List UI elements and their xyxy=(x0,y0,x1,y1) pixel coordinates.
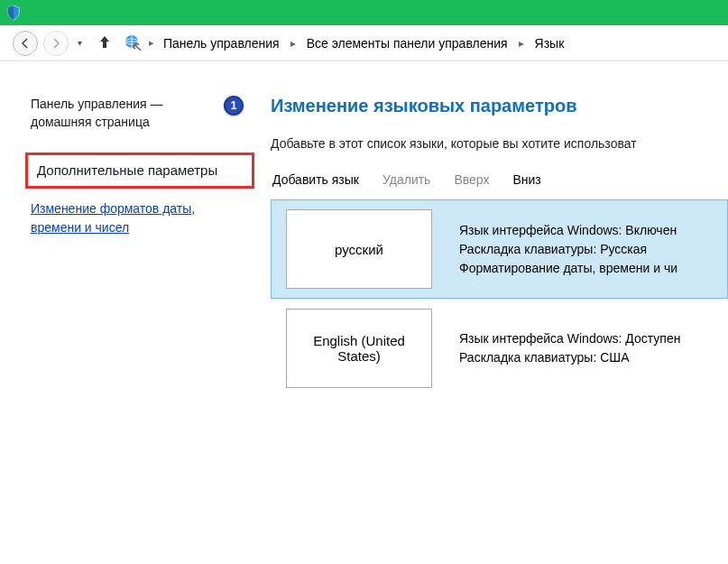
language-toolbar: Добавить язык Удалить Вверх Вниз xyxy=(271,172,728,187)
globe-wrench-icon xyxy=(124,33,143,53)
annotation-highlight: Дополнительные параметры xyxy=(25,153,254,189)
language-details: Язык интерфейса Windows: Доступен Раскла… xyxy=(459,329,680,367)
chevron-right-icon: ▸ xyxy=(515,37,528,50)
annotation-badge-1: 1 xyxy=(224,96,244,116)
breadcrumb-item[interactable]: Язык xyxy=(531,34,568,52)
nav-toolbar: ▾ ▸ Панель управления ▸ Все элементы пан… xyxy=(0,25,728,61)
date-formats-link[interactable]: Изменение форматов даты, времени и чисел xyxy=(31,199,244,237)
breadcrumb-item[interactable]: Все элементы панели управления xyxy=(303,34,511,52)
history-dropdown[interactable]: ▾ xyxy=(74,38,86,48)
forward-button[interactable] xyxy=(43,31,69,56)
sidebar: Панель управления — домашняя страница 1 … xyxy=(0,61,262,564)
up-button[interactable] xyxy=(91,34,118,52)
language-tile: русский xyxy=(286,209,432,289)
page-description: Добавьте в этот список языки, которые вы… xyxy=(271,136,728,151)
remove-language-button[interactable]: Удалить xyxy=(382,172,430,187)
breadcrumb: Панель управления ▸ Все элементы панели … xyxy=(160,34,567,52)
move-down-button[interactable]: Вниз xyxy=(512,172,540,187)
shield-icon xyxy=(5,5,22,21)
language-list: русский Язык интерфейса Windows: Включен… xyxy=(271,199,728,398)
control-panel-home-link[interactable]: Панель управления — домашняя страница xyxy=(31,96,217,131)
language-tile: English (United States) xyxy=(286,309,432,388)
main-content: Изменение языковых параметров Добавьте в… xyxy=(262,61,728,564)
add-language-button[interactable]: Добавить язык xyxy=(272,172,359,187)
breadcrumb-item[interactable]: Панель управления xyxy=(160,34,283,52)
titlebar xyxy=(0,0,728,25)
move-up-button[interactable]: Вверх xyxy=(454,172,489,187)
page-title: Изменение языковых параметров xyxy=(271,96,728,116)
chevron-right-icon: ▸ xyxy=(149,37,154,49)
language-item[interactable]: English (United States) Язык интерфейса … xyxy=(271,299,728,398)
back-button[interactable] xyxy=(13,31,38,56)
chevron-right-icon: ▸ xyxy=(287,37,299,50)
language-item[interactable]: русский Язык интерфейса Windows: Включен… xyxy=(271,199,728,299)
advanced-settings-link[interactable]: Дополнительные параметры xyxy=(37,162,217,178)
language-details: Язык интерфейса Windows: Включен Расклад… xyxy=(459,221,677,278)
